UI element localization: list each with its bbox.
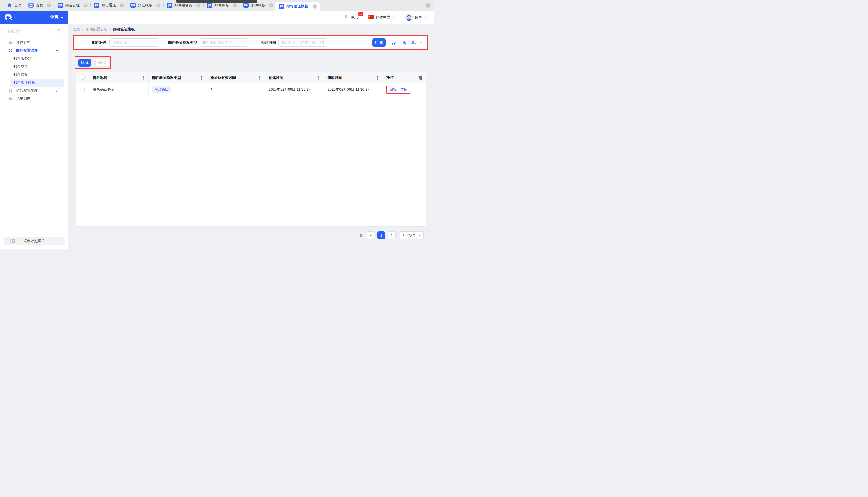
pagination: 1 条 1 15 条/页 <box>76 231 426 239</box>
collapse-menu-button[interactable]: 点击收起菜单 <box>4 237 65 245</box>
tab-close-icon[interactable] <box>313 4 317 9</box>
screen-notch <box>176 0 257 3</box>
folder-icon <box>8 97 13 101</box>
toolbar-annotation: 创 建 删 除 <box>75 56 111 69</box>
verify-type-label: 邮件验证模板类型 <box>168 40 197 45</box>
page-body: 频道管理 邮件配置管理 邮件服务器 邮件签名 <box>0 24 434 248</box>
delete-button[interactable]: 删 除 <box>95 59 109 67</box>
tab-sms-channel[interactable]: 短信通道 <box>92 0 118 11</box>
sidebar-item-email-verify-template[interactable]: 邮箱验证模板 <box>10 79 64 87</box>
mail-title-input[interactable] <box>113 41 155 45</box>
breadcrumb-mail-config[interactable]: 邮件配置管理 <box>86 27 108 32</box>
next-page-button[interactable] <box>388 231 396 239</box>
message-icon <box>57 3 63 8</box>
column-header-actions: 操作 <box>383 72 426 83</box>
column-settings-icon[interactable] <box>417 75 422 80</box>
row-valid-time-cell: 5 <box>207 83 265 96</box>
tab-close-icon[interactable] <box>120 3 124 8</box>
create-button[interactable]: 创 建 <box>78 59 91 67</box>
select-all-checkbox[interactable] <box>81 76 85 80</box>
row-actions-annotation: 编辑 详情 <box>386 85 410 94</box>
expand-label: 展开 <box>411 40 418 45</box>
menu-search-input[interactable] <box>8 29 57 33</box>
tab-close-icon[interactable] <box>156 3 160 8</box>
tab-dashboard-home[interactable]: 首页 <box>26 0 45 11</box>
row-select-cell <box>76 83 89 96</box>
notifications-button[interactable]: 消息 15 <box>344 15 358 20</box>
collapse-menu-label: 点击收起菜单 <box>24 239 45 243</box>
edit-link[interactable]: 编辑 <box>389 87 397 92</box>
select-all-cell <box>76 72 89 83</box>
workspace-switcher[interactable]: 消息 <box>51 15 63 20</box>
detail-link[interactable]: 详情 <box>400 87 408 92</box>
folder-icon <box>8 40 13 45</box>
tab-label: 首页 <box>36 3 43 8</box>
app-header: 消息 消息 15 简体中文 <box>0 11 434 24</box>
sidebar: 频道管理 邮件配置管理 邮件服务器 邮件签名 <box>0 24 68 248</box>
page-size-select[interactable]: 15 条/页 <box>400 231 424 239</box>
column-menu-icon[interactable] <box>317 75 320 81</box>
language-selector[interactable]: 简体中文 <box>368 15 395 20</box>
filter-panel: 邮件标题 邮件验证模板类型 邮件验证模板类型 创建时间 <box>74 36 427 49</box>
sidebar-item-channel-mgmt[interactable]: 频道管理 <box>0 39 68 46</box>
calendar-icon <box>320 40 324 45</box>
message-icon <box>279 4 284 9</box>
expand-toggle[interactable]: 展开 <box>411 40 422 45</box>
tab-email-verify-template-active[interactable]: 邮箱验证模板 <box>275 2 319 11</box>
tab-close-icon[interactable] <box>47 3 51 8</box>
prev-page-button[interactable] <box>367 231 375 239</box>
sidebar-item-message-list[interactable]: 消息列表 <box>0 95 68 103</box>
tab-close-icon[interactable] <box>233 3 237 8</box>
column-menu-icon[interactable] <box>376 75 379 81</box>
sidebar-item-label: 邮箱验证模板 <box>13 80 35 85</box>
breadcrumb-home[interactable]: 首页 <box>73 27 80 32</box>
chevron-down-icon <box>55 49 58 52</box>
verify-type-select[interactable]: 邮件验证模板类型 <box>200 39 248 47</box>
column-menu-icon[interactable] <box>258 75 261 81</box>
page-1-button[interactable]: 1 <box>378 231 385 239</box>
tab-channel-mgmt[interactable]: 频道管理 <box>55 0 82 11</box>
main-content: 首页 / 邮件配置管理 / 邮箱验证模板 邮件标题 邮件验证模板类型 邮件验证模… <box>68 24 434 248</box>
tab-sms-template[interactable]: 短信模板 <box>128 0 155 11</box>
tab-close-icon[interactable] <box>269 3 273 8</box>
total-count-label: 1 条 <box>357 233 364 238</box>
message-icon <box>130 3 136 8</box>
bell-icon <box>344 15 348 20</box>
column-header-mail-title: 邮件标题 <box>89 72 148 83</box>
row-checkbox[interactable] <box>81 88 85 91</box>
date-range-picker[interactable]: 开始时间 ~ 结束时间 <box>279 39 327 47</box>
start-time-placeholder: 开始时间 <box>281 40 295 45</box>
tab-close-icon[interactable] <box>83 3 88 8</box>
sidebar-item-mail-signature[interactable]: 邮件签名 <box>10 63 64 71</box>
created-time-label: 创建时间 <box>261 40 276 45</box>
tab-overflow-chevron-icon[interactable] <box>426 3 430 8</box>
sidebar-search[interactable] <box>4 27 64 36</box>
sidebar-item-sms-config[interactable]: 短信配置管理 <box>0 87 68 95</box>
search-button[interactable]: 搜 索 <box>372 39 386 47</box>
column-menu-icon[interactable] <box>142 75 145 81</box>
user-menu[interactable]: 风灵 <box>405 14 426 22</box>
caret-down-icon <box>393 17 395 18</box>
sidebar-item-label: 邮件签名 <box>13 64 28 69</box>
table-row[interactable]: 登录确认验证 登录确认 5 2025年02月06日 11:36:37 2025年… <box>76 83 426 96</box>
divider <box>363 15 363 20</box>
grid-icon <box>8 48 13 53</box>
mail-title-field[interactable] <box>109 39 158 47</box>
breadcrumb-separator: / <box>82 27 83 31</box>
sidebar-item-label: 邮件模板 <box>13 72 28 77</box>
message-icon <box>207 3 212 8</box>
collapse-panel-icon <box>10 239 15 244</box>
tab-home[interactable]: 首页 <box>5 0 24 11</box>
sidebar-item-mail-config[interactable]: 邮件配置管理 <box>0 46 68 55</box>
sidebar-item-mail-template[interactable]: 邮件模板 <box>10 71 64 79</box>
clear-broom-icon[interactable] <box>401 40 407 45</box>
tab-close-icon[interactable] <box>196 3 200 8</box>
workspace-label: 消息 <box>51 15 59 20</box>
sidebar-item-mail-server[interactable]: 邮件服务器 <box>10 55 64 62</box>
column-menu-icon[interactable] <box>200 75 203 81</box>
tab-separator <box>54 3 54 8</box>
tab-label: 邮件签名 <box>214 3 229 8</box>
favorite-star-icon[interactable] <box>391 40 396 45</box>
app-root: 首页 首页 频道管理 短信通道 <box>0 0 434 248</box>
messages-badge: 15 <box>358 12 364 16</box>
